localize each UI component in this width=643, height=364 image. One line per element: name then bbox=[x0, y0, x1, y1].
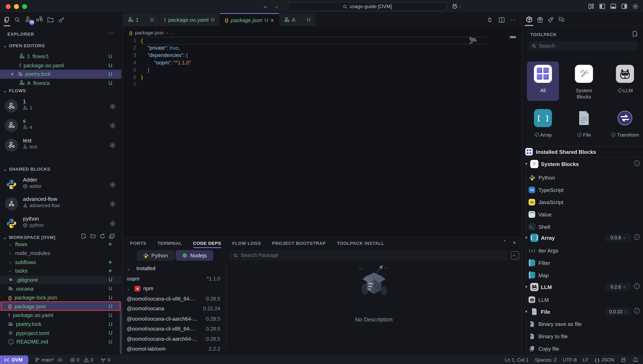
more-actions-icon[interactable]: ⋯ bbox=[511, 16, 516, 23]
tab-ports[interactable]: PORTS bbox=[130, 237, 146, 248]
tree-file-readme[interactable]: iREADME.mdU bbox=[0, 338, 122, 346]
tab-project-bootstrap[interactable]: PROJECT BOOTSTRAP bbox=[272, 237, 326, 248]
shared-block-item[interactable]: Adder adder bbox=[0, 175, 122, 194]
tree-file-package-json-selected[interactable]: {}package.jsonU bbox=[0, 302, 122, 311]
nodejs-filter-button[interactable]: Nodejs bbox=[176, 250, 214, 261]
blocks-panel-icon[interactable] bbox=[36, 16, 42, 23]
panel-maximize-icon[interactable]: ⌃ bbox=[503, 239, 506, 246]
toolpack-card-array[interactable]: [ ] Array bbox=[527, 106, 559, 145]
tab-toolpack-install[interactable]: TOOLPACK INSTALL bbox=[337, 237, 384, 248]
toolpack-search-field[interactable] bbox=[529, 41, 637, 51]
gear-icon[interactable] bbox=[110, 142, 116, 148]
block-item-javascript[interactable]: JSJavaScript bbox=[522, 196, 643, 208]
split-editor-icon[interactable] bbox=[499, 16, 505, 23]
toolpack-card-system-blocks[interactable]: System Blocks bbox=[568, 62, 600, 101]
chat-tab-icon[interactable] bbox=[558, 16, 564, 22]
block-item-copy-file[interactable]: Copy file bbox=[522, 342, 643, 355]
ports-item[interactable]: 0 bbox=[100, 357, 110, 362]
open-editor-item[interactable]: ! package.oo.yaml U bbox=[0, 61, 122, 70]
block-item-shell[interactable]: >_Shell bbox=[522, 220, 643, 233]
shared-block-item[interactable]: python python bbox=[0, 214, 122, 233]
info-icon[interactable]: i bbox=[634, 234, 640, 240]
new-file-icon[interactable] bbox=[81, 233, 86, 239]
tab-flow-a[interactable]: A U bbox=[279, 13, 316, 26]
flows-section-header[interactable]: ⌄FLOWS bbox=[3, 88, 26, 93]
toggle-left-panel-icon[interactable] bbox=[599, 3, 605, 9]
toolpack-card-transform[interactable]: Transform bbox=[609, 106, 641, 145]
explorer-more-icon[interactable]: ⋯ bbox=[108, 30, 114, 36]
open-editors-header[interactable]: ⌄OPEN EDITORS bbox=[3, 43, 45, 48]
group-system-blocks[interactable]: ▼ System Blocks i bbox=[522, 159, 643, 169]
encoding-item[interactable]: UTF-8 bbox=[563, 357, 577, 362]
gear-icon[interactable] bbox=[110, 122, 116, 129]
problems-item[interactable]: 0 0 bbox=[70, 357, 93, 362]
sidebar-scrollbar[interactable] bbox=[120, 310, 122, 354]
tree-file-package-oo-yaml[interactable]: !package.oo.yamlU bbox=[0, 311, 122, 320]
workspace-section-header[interactable]: ⌄WORKSPACE [OVM] bbox=[3, 235, 55, 240]
gear-icon[interactable] bbox=[110, 182, 116, 188]
package-row[interactable]: oopm^1.1.0 bbox=[123, 274, 226, 284]
package-row[interactable]: @oomol/oocana-cli-aarch64-...0.28.5 bbox=[123, 334, 226, 344]
tree-folder-tasks[interactable]: ›tasks bbox=[0, 266, 122, 276]
info-icon[interactable]: i bbox=[634, 283, 640, 289]
code-editor[interactable]: 1{ 2"private": true, 3"dependencies": { … bbox=[123, 37, 522, 88]
refresh-icon[interactable] bbox=[100, 233, 106, 239]
shared-block-item[interactable]: advanced-flow advanced-flow bbox=[0, 194, 122, 214]
info-icon[interactable]: i bbox=[634, 308, 640, 314]
tab-package-json-active[interactable]: {} package.json U × bbox=[220, 13, 279, 26]
block-item-python[interactable]: Python bbox=[522, 172, 643, 184]
maximize-traffic-light[interactable] bbox=[22, 4, 27, 9]
gear-icon[interactable] bbox=[110, 220, 116, 226]
open-editor-item[interactable]: A flows/a U bbox=[0, 78, 122, 87]
key-panel-icon[interactable] bbox=[58, 16, 65, 23]
rocket-tab-icon[interactable] bbox=[548, 16, 554, 23]
customize-layout-icon[interactable] bbox=[588, 3, 594, 9]
gear-icon[interactable] bbox=[110, 103, 116, 110]
back-button[interactable]: ← bbox=[262, 2, 268, 9]
toolpack-search-input[interactable] bbox=[539, 43, 634, 49]
panel-close-icon[interactable]: × bbox=[513, 239, 516, 246]
toolpack-card-file[interactable]: File bbox=[568, 106, 600, 145]
close-icon[interactable]: × bbox=[11, 71, 14, 77]
editor-scrollbar-thumb[interactable] bbox=[510, 36, 516, 38]
breadcrumb[interactable]: {} package.json › … bbox=[129, 30, 175, 36]
package-search-input[interactable] bbox=[240, 252, 504, 258]
search-panel-icon[interactable] bbox=[14, 16, 20, 23]
tab-terminal[interactable]: TERMINAL bbox=[158, 237, 182, 248]
explorer-files-icon[interactable] bbox=[4, 16, 10, 23]
toolpack-card-all[interactable]: All bbox=[527, 62, 559, 101]
block-item-llm[interactable]: LLM bbox=[522, 294, 643, 306]
package-row[interactable]: @oomol/oocana-cli-x86_64-...0.28.5 bbox=[123, 324, 226, 334]
open-editor-item-selected[interactable]: × poetry.lock U bbox=[0, 70, 122, 78]
tree-file-oocana[interactable]: oocanaU bbox=[0, 284, 122, 293]
array-version-select[interactable]: 0.0.8∨ bbox=[605, 234, 631, 242]
toggle-right-panel-icon[interactable] bbox=[621, 3, 628, 9]
package-search-field[interactable] bbox=[229, 250, 508, 261]
gift-tab-icon[interactable] bbox=[537, 16, 543, 23]
installed-group-row[interactable]: ⌄Installed bbox=[123, 264, 226, 274]
compare-changes-icon[interactable] bbox=[487, 16, 493, 23]
tree-file-poetry-lock[interactable]: poetry.lockU bbox=[0, 320, 122, 328]
tree-folder-flows[interactable]: ⌄flows bbox=[0, 240, 122, 249]
tab-flow-1[interactable]: 1 U bbox=[123, 13, 159, 26]
git-branch-item[interactable]: main* bbox=[35, 357, 63, 362]
collapse-all-icon[interactable] bbox=[109, 233, 115, 239]
block-item-filter[interactable]: [ ]Filter bbox=[522, 256, 643, 269]
package-row[interactable]: @oomol/oocana-cli-x86_64-...0.28.5 bbox=[123, 294, 226, 304]
llm-version-select[interactable]: 0.2.6∨ bbox=[605, 283, 631, 291]
python-filter-button[interactable]: Python bbox=[137, 250, 174, 261]
flow-list-item[interactable]: s a bbox=[0, 116, 122, 135]
tab-code-deps[interactable]: CODE DEPS bbox=[193, 237, 221, 248]
file-version-select[interactable]: 0.0.10∨ bbox=[605, 308, 631, 316]
flow-list-item[interactable]: test test bbox=[0, 136, 122, 155]
block-item-binary-to-file[interactable]: Binary to file bbox=[522, 330, 643, 342]
block-item-value[interactable]: Value bbox=[522, 208, 643, 221]
mascot-status-icon[interactable] bbox=[620, 357, 626, 362]
tree-file-pyproject[interactable]: pyproject.tomlU bbox=[0, 328, 122, 338]
block-item-binary-save-as-file[interactable]: Binary save as file bbox=[522, 318, 643, 330]
create-toolpack-icon[interactable] bbox=[632, 31, 638, 37]
block-item-typescript[interactable]: TSTypeScript bbox=[522, 184, 643, 196]
package-row[interactable]: @oomol/oocana-cli-aarch64-...0.28.5 bbox=[123, 314, 226, 324]
cursor-position-item[interactable]: Ln 1, Col 1 bbox=[505, 357, 528, 362]
tab-flow-logs[interactable]: FLOW LOGS bbox=[232, 237, 261, 248]
